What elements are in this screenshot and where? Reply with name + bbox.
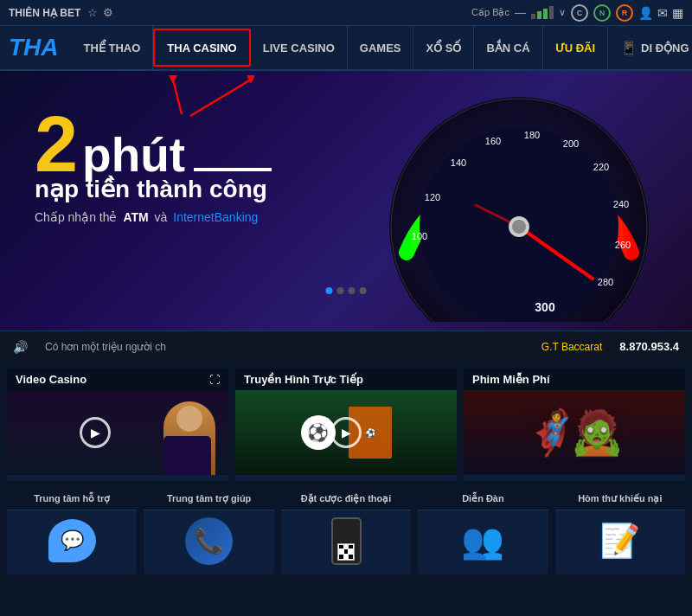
email-icon[interactable]: ✉: [657, 6, 668, 20]
nav-item-ban-ca[interactable]: BẮN CÁ: [474, 25, 542, 70]
svg-text:160: 160: [485, 136, 501, 146]
chat-bubble-icon: 💬: [48, 519, 96, 562]
movie-bg: 🦸 🧟: [464, 390, 685, 475]
chevron-icon: ∨: [559, 7, 566, 18]
nav-item-xo-so[interactable]: XỔ SỐ: [413, 25, 474, 70]
level-bars: [531, 6, 554, 19]
volume-icon[interactable]: 🔊: [13, 340, 28, 354]
bar-3: [543, 9, 548, 19]
bottom-link-header-mobile-bet: Đặt cược điện thoại: [281, 488, 411, 510]
banner-bottom: 🔊 Có hơn một triệu người ch G.T Baccarat…: [0, 330, 692, 362]
complaint-icon: 📝: [599, 522, 640, 560]
hero-headline: 2 phút: [35, 106, 272, 183]
dash-icon: —: [515, 6, 526, 19]
phone-qr-wrap: [331, 517, 362, 565]
top-bar-right: Cấp Bậc — ∨ C N R 👤 ✉ ▦: [471, 4, 683, 22]
menu-icon[interactable]: ▦: [672, 6, 683, 20]
and-label: và: [155, 210, 168, 224]
speedometer-svg: 100 120 140 160 180 200 220 240 260 280 …: [372, 80, 666, 322]
support1-img: 💬: [7, 510, 137, 571]
carousel-dots: [326, 287, 367, 294]
casino-bg: ▶: [7, 390, 228, 475]
speedometer: 100 120 140 160 180 200 220 240 260 280 …: [372, 80, 666, 322]
bottom-link-title-support2: Trung tâm trợ giúp: [152, 493, 265, 504]
support2-icon: 📞: [185, 517, 233, 565]
casino-lady: [163, 401, 215, 475]
atm-label: ATM: [123, 210, 148, 224]
internet-banking-label: InternetBanking: [173, 210, 258, 224]
user-action-icons: 👤 ✉ ▦: [638, 6, 683, 20]
hero-number: 2: [35, 106, 78, 183]
hero-banner: 2 phút nạp tiền thành công Chấp nhận thẻ…: [0, 71, 692, 330]
svg-text:300: 300: [535, 300, 555, 314]
circle-n: N: [593, 4, 611, 22]
soccer-bg: ⚽ ⚽ ▶: [235, 390, 457, 475]
svg-text:260: 260: [615, 240, 631, 250]
bottom-link-title-support1: Trung tâm hỗ trợ: [16, 493, 128, 504]
dot-active[interactable]: [326, 287, 333, 294]
bottom-link-support2[interactable]: Trung tâm trợ giúp 📞: [144, 488, 273, 574]
bottom-link-support1[interactable]: Trung tâm hỗ trợ 💬: [7, 488, 137, 574]
nav-item-tha-casino[interactable]: THA CASINO: [153, 29, 250, 67]
phone-nav-icon: 📱: [620, 40, 638, 56]
expand-icon-casino[interactable]: ⛶: [209, 374, 220, 386]
svg-text:180: 180: [524, 130, 540, 140]
forum-icon: 👥: [461, 521, 504, 561]
top-bar-icons: ☆ ⚙: [87, 6, 113, 19]
bottom-link-header-support1: Trung tâm hỗ trợ: [7, 488, 137, 510]
feature-card-header-soccer: Truyền Hình Trực Tiếp: [235, 369, 457, 390]
circle-c: C: [571, 4, 588, 22]
svg-text:220: 220: [593, 162, 609, 172]
hulk-figure: 🧟: [570, 407, 624, 458]
nav-item-di-dong[interactable]: 📱 DI ĐỘNG: [608, 25, 692, 70]
feature-card-movies[interactable]: Phim Miễn Phí 🦸 🧟: [464, 369, 685, 481]
nav-item-uu-dai[interactable]: ƯU ĐÃI: [543, 25, 608, 70]
bar-2: [537, 11, 541, 19]
support2-img: 📞: [144, 510, 273, 571]
feature-card-video-casino[interactable]: Video Casino ⛶ ▶: [7, 369, 228, 481]
settings-icon[interactable]: ⚙: [103, 6, 113, 19]
hero-underline: [194, 168, 272, 171]
bottom-link-header-support2: Trung tâm trợ giúp: [144, 488, 273, 510]
feature-title-movies: Phim Miễn Phí: [472, 373, 550, 386]
top-bar-left: THIÊN HẠ BET ☆ ⚙: [9, 6, 113, 19]
svg-text:100: 100: [412, 231, 427, 241]
bar-1: [531, 14, 535, 19]
bottom-link-title-complaint: Hòm thư khiếu nại: [564, 493, 676, 504]
logo[interactable]: THA: [9, 34, 59, 61]
ticker-text: Có hơn một triệu người ch: [45, 341, 524, 353]
qr-code: [337, 543, 355, 561]
bar-4: [549, 6, 554, 19]
svg-marker-3: [247, 75, 255, 84]
feature-title-casino: Video Casino: [16, 373, 86, 386]
feature-section: Video Casino ⛶ ▶ Truyền Hình Trực Tiếp ⚽…: [0, 362, 692, 488]
nav-item-live-casino[interactable]: LIVE CASINO: [251, 25, 348, 70]
nav-item-games[interactable]: GAMES: [348, 25, 414, 70]
dot-3[interactable]: [360, 287, 367, 294]
svg-text:200: 200: [563, 138, 579, 149]
play-btn-casino[interactable]: ▶: [80, 417, 111, 448]
feature-card-soccer[interactable]: Truyền Hình Trực Tiếp ⚽ ⚽ ▶: [235, 369, 457, 481]
bottom-link-forum[interactable]: Diễn Đàn 👥: [418, 488, 548, 574]
baccarat-label: G.T Baccarat: [541, 341, 602, 353]
baccarat-number: 8.870.953.4: [619, 340, 679, 353]
chat-icon: 💬: [61, 529, 84, 552]
bottom-link-complaint[interactable]: Hòm thư khiếu nại 📝: [555, 488, 685, 574]
bottom-link-header-forum: Diễn Đàn: [418, 488, 548, 510]
star-icon[interactable]: ☆: [87, 6, 98, 19]
play-btn-soccer[interactable]: ▶: [330, 417, 362, 448]
bottom-link-mobile-bet[interactable]: Đặt cược điện thoại: [281, 488, 411, 574]
user-icon[interactable]: 👤: [638, 6, 653, 20]
circle-r: R: [616, 4, 633, 22]
svg-point-21: [512, 220, 526, 234]
brand-name: THIÊN HẠ BET: [9, 7, 80, 19]
bottom-links: Trung tâm hỗ trợ 💬 Trung tâm trợ giúp 📞 …: [0, 488, 692, 581]
svg-text:140: 140: [451, 157, 466, 168]
dot-2[interactable]: [349, 287, 356, 294]
main-nav: THA THỂ THAO THA CASINO LIVE CASINO GAME…: [0, 26, 692, 71]
bottom-link-title-mobile-bet: Đặt cược điện thoại: [290, 493, 402, 504]
nav-item-the-thao[interactable]: THỂ THAO: [72, 25, 154, 70]
feature-card-header-movies: Phim Miễn Phí: [464, 369, 685, 390]
hero-content: 2 phút nạp tiền thành công Chấp nhận thẻ…: [35, 106, 272, 224]
dot-1[interactable]: [337, 287, 344, 294]
